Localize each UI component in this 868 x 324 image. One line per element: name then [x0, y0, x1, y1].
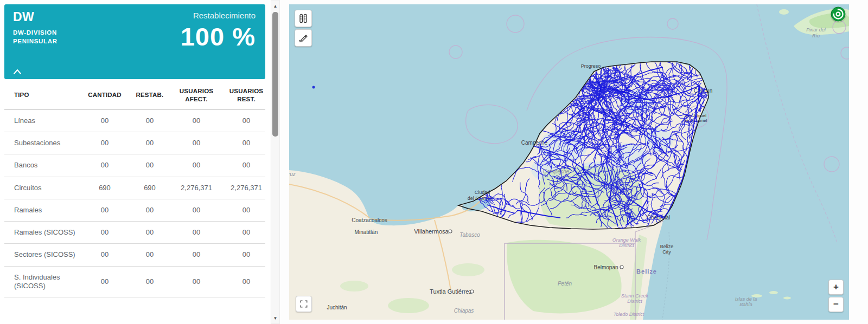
scroll-up-arrow[interactable]: ▲	[271, 2, 279, 10]
row-value: 00	[81, 244, 128, 266]
map-label: Petén	[558, 281, 572, 287]
capital-marker	[449, 230, 452, 233]
map-label: Pinar del	[806, 27, 826, 33]
stats-table: TIPOCANTIDADRESTAB.USUARIOS AFECT.USUARI…	[4, 79, 265, 297]
zoom-in-button[interactable]: +	[828, 280, 844, 295]
column-header: USUARIOS REST.	[221, 79, 265, 109]
row-value: 00	[128, 132, 171, 154]
logo-button[interactable]	[831, 7, 846, 22]
row-value: 00	[171, 199, 221, 221]
map-label: de Cozumel	[684, 118, 707, 123]
table-row: Ramales0000000000	[4, 199, 265, 221]
map-label: Coatzacoalcos	[352, 217, 387, 223]
collapse-chevron-icon[interactable]	[13, 69, 22, 75]
row-value: 2,276,371	[171, 177, 221, 199]
row-value: 00	[81, 222, 128, 244]
map-label: Tuxtla Gutiérrez	[430, 288, 472, 295]
column-header: CANTIDAD	[81, 79, 128, 109]
table-row: Circuitos6906902,276,3712,276,37100	[4, 177, 265, 199]
row-value: 00	[81, 132, 128, 154]
capital-marker	[620, 265, 623, 269]
stats-table-wrap: TIPOCANTIDADRESTAB.USUARIOS AFECT.USUARI…	[4, 79, 265, 324]
row-value: 00	[81, 266, 128, 297]
row-label: Sectores (SICOSS)	[4, 244, 81, 266]
row-value: 00	[171, 109, 221, 132]
row-value: 2,276,371	[221, 177, 265, 199]
map-label: District	[627, 299, 642, 304]
row-label: Ramales (SICOSS)	[4, 222, 81, 244]
map-islet	[779, 9, 789, 15]
division-panel: DW DW-DIVISION PENINSULAR Restablecimien…	[0, 0, 270, 324]
division-name-line2: PENINSULAR	[13, 38, 58, 44]
map-label: Belize	[660, 244, 674, 249]
map-label: Belmopan	[593, 264, 618, 270]
row-value: 00	[221, 154, 265, 177]
app-root: DW DW-DIVISION PENINSULAR Restablecimien…	[0, 0, 868, 324]
table-row: Subestaciones0000000000	[4, 132, 265, 154]
row-value: 690	[81, 177, 128, 199]
row-value: 00	[171, 132, 221, 154]
map-label: Belize	[636, 268, 657, 275]
fullscreen-button[interactable]	[296, 296, 312, 312]
fullscreen-icon	[299, 299, 309, 309]
row-value: 00	[221, 132, 265, 154]
map-bay-island	[783, 297, 791, 300]
map-label: City	[662, 249, 671, 255]
map-bay-island	[769, 291, 778, 294]
row-label: Subestaciones	[4, 132, 81, 154]
map-container[interactable]: VeracruzTabascoChiapasCampechePeténPinar…	[289, 4, 849, 320]
row-value: 00	[221, 244, 265, 266]
logo-swirl-icon	[831, 7, 846, 22]
map-label: Stann Creek	[621, 293, 649, 299]
row-value: 00	[221, 222, 265, 244]
restore-percentage: 100 %	[181, 22, 256, 51]
draw-tool-button[interactable]	[295, 29, 312, 47]
pencil-icon	[298, 33, 308, 43]
table-row: Líneas0000000000	[4, 109, 265, 132]
column-header: TIPO	[4, 79, 81, 109]
capital-marker	[470, 290, 474, 293]
row-label: Líneas	[4, 109, 81, 132]
map-label: Islas de la	[735, 296, 757, 302]
map-svg: VeracruzTabascoChiapasCampechePeténPinar…	[289, 4, 849, 320]
column-header: RESTAB.	[128, 79, 171, 109]
map-label: Juchitán	[327, 304, 347, 310]
map-label: Chiapas	[454, 308, 474, 314]
row-value: 00	[221, 109, 265, 132]
row-value: 00	[81, 199, 128, 221]
row-label: Bancos	[4, 154, 81, 177]
map-label: Tabasco	[459, 232, 480, 238]
row-value: 00	[128, 222, 171, 244]
restore-label: Restablecimiento	[193, 11, 256, 20]
row-label: S. Individuales (SICOSS)	[4, 266, 81, 297]
row-value: 00	[171, 244, 221, 266]
row-value: 00	[221, 199, 265, 221]
map-label: Río	[812, 33, 820, 38]
row-value: 00	[171, 154, 221, 177]
table-row: Ramales (SICOSS)0000000000	[4, 222, 265, 244]
row-value: 00	[128, 154, 171, 177]
map-label: Bahía	[739, 302, 752, 307]
row-value: 00	[81, 109, 128, 132]
row-label: Circuitos	[4, 177, 81, 199]
scroll-down-arrow[interactable]: ▼	[271, 314, 279, 322]
scrollbar-thumb[interactable]	[272, 12, 278, 137]
row-value: 00	[81, 154, 128, 177]
table-row: Sectores (SICOSS)0000000000	[4, 244, 265, 266]
row-value: 00	[128, 266, 171, 297]
row-value: 00	[171, 266, 221, 297]
row-value: 00	[221, 266, 265, 297]
panel-scrollbar[interactable]: ▲ ▼	[271, 0, 280, 324]
poi-marker	[312, 86, 315, 89]
row-value: 00	[171, 222, 221, 244]
division-header-card: DW DW-DIVISION PENINSULAR Restablecimien…	[4, 4, 265, 79]
row-value: 690	[128, 177, 171, 199]
row-value: 00	[128, 199, 171, 221]
row-value: 00	[128, 109, 171, 132]
measure-tool-button[interactable]	[295, 10, 312, 27]
map-label: Villahermosa	[414, 228, 449, 235]
zoom-out-button[interactable]: −	[828, 297, 844, 312]
map-label: Toledo District	[614, 312, 644, 317]
map-label: District	[619, 243, 634, 248]
division-name-line1: DW-DIVISION	[13, 29, 57, 36]
